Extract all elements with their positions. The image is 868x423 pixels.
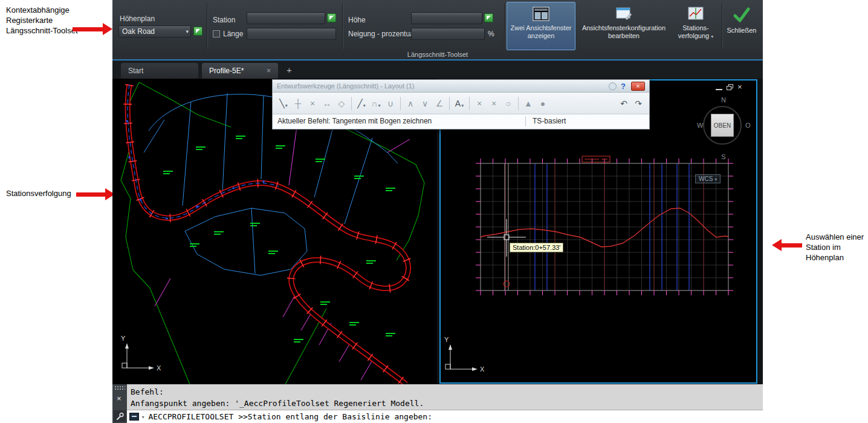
station-tooltip: Station:0+57.33'	[510, 243, 563, 252]
move-pvi-icon[interactable]: ↔	[320, 96, 334, 111]
ribbon-separator	[504, 3, 505, 49]
axis-x-label: X	[480, 366, 485, 373]
percent-sign: %	[488, 30, 494, 38]
profile-select-value: Oak Road	[122, 27, 155, 36]
tab-label: Start	[128, 67, 143, 75]
viewcube-south[interactable]: S	[721, 153, 725, 160]
annotation-arrow-context	[73, 23, 112, 35]
toolbar-separator	[469, 97, 470, 110]
alignment-direction-markers	[126, 120, 265, 220]
arrow-tail	[73, 27, 103, 31]
elevation-input[interactable]	[411, 12, 482, 24]
raise-lower-icon[interactable]: ▲	[522, 96, 535, 111]
restore-icon[interactable]	[727, 84, 733, 90]
insert-pvi-icon[interactable]: ┼	[291, 96, 305, 111]
chevron-down-icon[interactable]: ▾	[141, 414, 144, 420]
toolbar-separator	[518, 97, 519, 110]
current-command-text: Aktueller Befehl: Tangenten mit Bogen ze…	[277, 117, 432, 125]
wrench-icon[interactable]	[114, 410, 126, 422]
length-checkbox[interactable]	[213, 30, 220, 38]
toolbar-separator	[351, 97, 352, 110]
ucs-icon-profile: Y X	[444, 336, 485, 373]
ribbon-separator	[342, 3, 343, 49]
tab-label: Profile-5E*	[209, 67, 244, 75]
tab-profile-5e[interactable]: Profile-5E* ×	[202, 63, 278, 79]
station-pick-icon[interactable]	[327, 13, 336, 22]
annotation-context-tab: Kontextabhängige Registerkarte Längsschn…	[6, 5, 83, 36]
length-label: Länge	[223, 30, 243, 38]
toolbar-title: Entwurfswerkzeuge (Längsschnitt) - Layou…	[277, 82, 414, 90]
draw-curve-icon[interactable]: ∩▾	[369, 96, 383, 111]
wcs-label: WCS	[699, 175, 713, 182]
pin-icon[interactable]	[609, 82, 617, 90]
toolbar-titlebar[interactable]: Entwurfswerkzeuge (Längsschnitt) - Layou…	[273, 80, 649, 93]
crest-curve-icon[interactable]: ∧	[404, 96, 417, 111]
delete-entity-icon[interactable]: ×	[473, 96, 486, 111]
toolbar-status-bar: Aktueller Befehl: Tangenten mit Bogen ze…	[273, 114, 649, 129]
label-tool-icon[interactable]: A▾	[453, 96, 466, 111]
toolbar-close-button[interactable]: ×	[631, 82, 645, 91]
command-input-row[interactable]: ▾ AECCPROFILETOOLSET >>Station entlang d…	[127, 410, 763, 423]
grade-input[interactable]	[411, 28, 485, 40]
toolbar-separator	[449, 97, 450, 110]
redo-icon[interactable]: ↷	[632, 96, 645, 111]
application-window: Höhenplan Oak Road ▾ Station Länge Höhe …	[112, 0, 763, 423]
arrow-tail	[782, 243, 802, 248]
viewcube-top-face[interactable]: OBEN	[711, 114, 734, 137]
elevation-pick-icon[interactable]	[484, 13, 493, 22]
viewcube-north[interactable]: N	[721, 96, 726, 103]
two-viewports-button[interactable]: Zwei Ansichtsfenster anzeigen	[507, 2, 575, 50]
command-prompt-text[interactable]: AECCPROFILETOOLSET >>Station entlang der…	[148, 412, 432, 421]
drag-handle-icon[interactable]	[114, 385, 125, 391]
free-curve-icon[interactable]: ∪	[384, 96, 397, 111]
close-icon[interactable]: ×	[737, 84, 742, 90]
arrow-head	[772, 239, 782, 251]
chevron-down-icon: ▾	[711, 34, 713, 39]
station-tracking-button[interactable]: Stations- verfolgung ▾	[672, 2, 719, 50]
erase-tool-icon[interactable]: ○	[502, 96, 515, 111]
ribbon-separator	[207, 3, 208, 49]
dynamic-input-icon[interactable]	[129, 413, 139, 421]
station-marker	[504, 281, 510, 287]
command-line-grip[interactable]: ×	[112, 384, 127, 423]
profile-pick-icon[interactable]	[193, 27, 202, 36]
command-history[interactable]: Befehl:Anfangspunkt angeben: '_AeccProfi…	[127, 384, 763, 410]
viewport-config-button[interactable]: Ansichtsfensterkonfiguration bearbeiten	[578, 2, 670, 50]
undo-icon[interactable]: ↶	[617, 96, 630, 111]
viewcube[interactable]: N W O OBEN S	[697, 96, 750, 166]
minimize-icon[interactable]	[716, 85, 722, 90]
draw-tangents-icon[interactable]: ╲▾	[277, 96, 290, 111]
station-input[interactable]	[247, 12, 325, 24]
profile-title-box	[582, 156, 610, 162]
button-label: Schließen	[727, 27, 757, 34]
length-input[interactable]	[247, 28, 336, 40]
document-window-controls: ×	[716, 84, 742, 90]
convert-entity-icon[interactable]: ◇	[335, 96, 348, 111]
file-tab-bar: Start Profile-5E* × +	[112, 61, 763, 79]
select-pvi-icon[interactable]: ●	[536, 96, 549, 111]
new-tab-icon[interactable]: +	[287, 65, 292, 75]
delete-subentity-icon[interactable]: ×	[487, 96, 500, 111]
annotation-arrow-select-station	[772, 239, 802, 251]
chevron-down-icon[interactable]: ▾	[186, 28, 189, 34]
annotation-select-station: Auswählen einer Station im Höhenplan	[806, 232, 865, 263]
grade-tool-icon[interactable]: ∠	[433, 96, 446, 111]
profile-select[interactable]: Oak Road ▾	[118, 25, 191, 38]
toolbar-separator	[400, 97, 401, 110]
help-icon[interactable]: ?	[621, 82, 626, 91]
viewcube-east[interactable]: O	[745, 122, 751, 129]
arrow-head	[103, 23, 112, 35]
draw-fixed-tangent-icon[interactable]: ╱▾	[355, 96, 368, 111]
wcs-dropdown[interactable]: WCS▾	[695, 174, 721, 183]
viewcube-west[interactable]: W	[697, 122, 703, 129]
station-label: Station	[213, 16, 235, 24]
profile-layout-tools-toolbar[interactable]: Entwurfswerkzeuge (Längsschnitt) - Layou…	[272, 79, 650, 130]
axis-x-label: X	[157, 364, 161, 372]
tab-close-icon[interactable]: ×	[267, 67, 271, 75]
road-alignment[interactable]	[126, 85, 408, 384]
sag-curve-icon[interactable]: ∨	[418, 96, 432, 111]
delete-pvi-icon[interactable]: ×	[306, 96, 319, 111]
close-icon[interactable]: ×	[117, 394, 121, 403]
close-toolset-button[interactable]: Schließen	[724, 2, 759, 50]
tab-start[interactable]: Start	[121, 63, 198, 79]
